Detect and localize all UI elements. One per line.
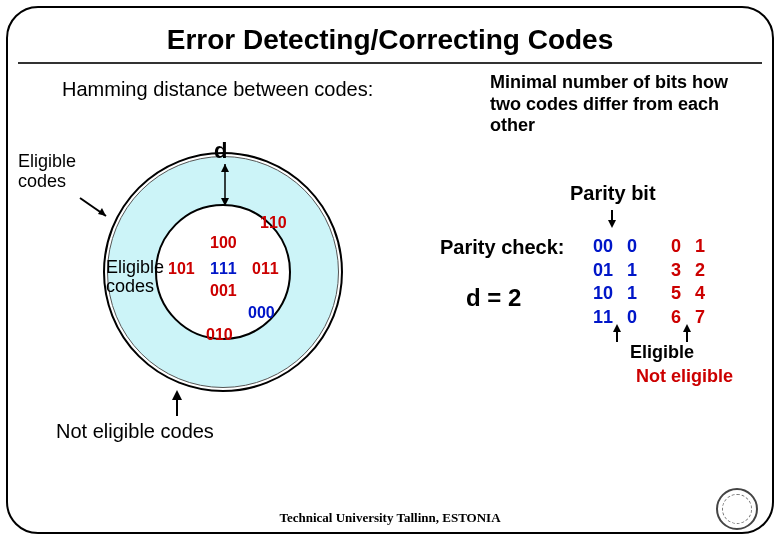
svg-marker-10 (683, 324, 691, 332)
code-010: 010 (206, 326, 233, 344)
parity-bit-arrow-icon (605, 208, 619, 230)
parity-table: 00001011321015411067 (585, 234, 713, 330)
svg-marker-8 (613, 324, 621, 332)
table-row: 01132 (587, 260, 711, 282)
title-rule (18, 62, 762, 64)
hamming-diagram: d 110 100 101 111 011 001 000 010 Eligib… (88, 152, 358, 392)
table-row: 10154 (587, 283, 711, 305)
code-101: 101 (168, 260, 195, 278)
subtitle: Hamming distance between codes: (62, 78, 373, 101)
not-eligible-arrow-icon (680, 322, 694, 344)
eligible-codes-outer-label: Eligible codes (18, 152, 76, 192)
d-brace-icon (218, 162, 232, 208)
code-001: 001 (210, 282, 237, 300)
d-equals-2: d = 2 (466, 284, 521, 312)
eligible-arrow-icon (610, 322, 624, 344)
eligible-right-label: Eligible (630, 342, 694, 363)
slide-title: Error Detecting/Correcting Codes (0, 24, 780, 56)
footer-text: Technical University Tallinn, ESTONIA (0, 510, 780, 526)
svg-marker-3 (221, 164, 229, 172)
parity-check-label: Parity check: (440, 236, 565, 259)
not-eligible-right-label: Not eligible (636, 366, 733, 387)
table-row: 00001 (587, 236, 711, 258)
inner-eligible-label: Eligible codes (106, 258, 164, 296)
code-000: 000 (248, 304, 275, 322)
definition-text: Minimal number of bits how two codes dif… (490, 72, 740, 137)
svg-marker-6 (608, 220, 616, 228)
svg-marker-4 (221, 198, 229, 206)
code-110: 110 (260, 214, 287, 232)
code-111: 111 (210, 260, 237, 278)
not-eligible-arrow-up-icon (168, 388, 186, 418)
not-eligible-bottom-label: Not eligible codes (56, 420, 214, 443)
university-logo (716, 488, 758, 530)
code-011: 011 (252, 260, 279, 278)
svg-marker-12 (172, 390, 182, 400)
parity-bit-label: Parity bit (570, 182, 656, 205)
distance-d-label: d (214, 138, 227, 164)
code-100: 100 (210, 234, 237, 252)
